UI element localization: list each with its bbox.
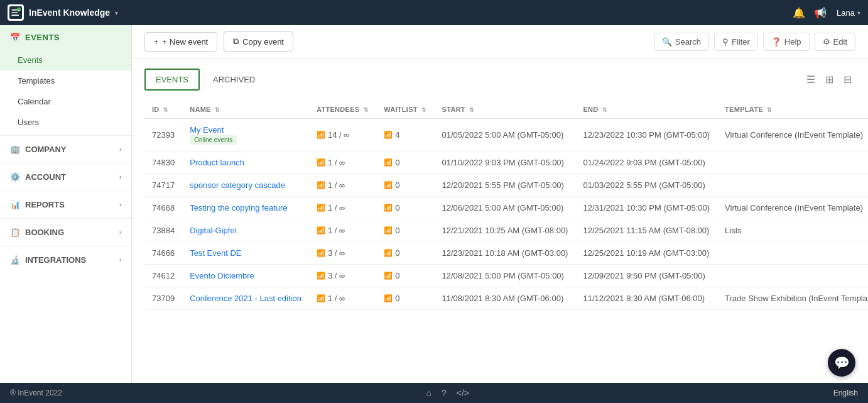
- language-selector[interactable]: English: [833, 389, 858, 397]
- event-name-link[interactable]: Testing the copying feature: [190, 203, 287, 213]
- account-chevron-icon: ›: [119, 174, 121, 180]
- wifi-icon-2: 📶: [384, 158, 393, 167]
- cell-template: [717, 242, 868, 265]
- cell-name: Testing the copying feature: [182, 197, 309, 219]
- col-name: NAME ⇅: [182, 101, 309, 119]
- help-button[interactable]: ❓ Help: [763, 33, 810, 51]
- company-label: COMPANY: [25, 145, 66, 154]
- tab-events[interactable]: EVENTS: [144, 69, 200, 91]
- question-icon[interactable]: ?: [442, 388, 447, 398]
- megaphone-icon[interactable]: 📢: [814, 7, 827, 19]
- user-name: Lana: [837, 8, 855, 18]
- app-title-chevron[interactable]: ▾: [115, 9, 118, 16]
- table-header-row: ID ⇅ NAME ⇅ ATTENDEES ⇅ WAITLIST: [144, 101, 868, 119]
- sidebar-item-events[interactable]: 📅 EVENTS: [0, 25, 131, 50]
- sidebar-divider-4: [0, 218, 131, 219]
- event-name-link[interactable]: My Event: [190, 125, 224, 135]
- cell-id: 72393: [144, 119, 182, 152]
- cell-id: 74612: [144, 265, 182, 287]
- attendees-sort-icon[interactable]: ⇅: [364, 107, 369, 113]
- template-sort-icon[interactable]: ⇅: [767, 107, 772, 113]
- filter-label: Filter: [732, 37, 750, 47]
- col-attendees-label: ATTENDEES: [317, 106, 360, 113]
- event-name-link[interactable]: Conference 2021 - Last edition: [190, 294, 301, 303]
- content-area: EVENTS ARCHIVED ☰ ⊞ ⊟ ID: [132, 58, 868, 383]
- cell-name: Digital-Gipfel: [182, 219, 309, 242]
- list-view-icon[interactable]: ☰: [803, 71, 819, 88]
- sidebar-group-integrations[interactable]: 🔬 INTEGRATIONS ›: [0, 249, 131, 271]
- event-name-link[interactable]: Evento Diciembre: [190, 271, 254, 280]
- chat-bubble[interactable]: 💬: [828, 349, 855, 377]
- user-chevron-icon: ▾: [857, 9, 860, 16]
- copy-event-button[interactable]: ⧉ Copy event: [224, 31, 293, 52]
- wifi-icon-2: 📶: [384, 294, 393, 302]
- search-button[interactable]: 🔍 Search: [654, 33, 709, 51]
- cell-end: 12/23/2022 10:30 PM (GMT-05:00): [575, 119, 717, 152]
- table-body: 72393 My Event Online events 📶 14 / ∞ 📶 …: [144, 119, 868, 310]
- sidebar-item-users[interactable]: Users: [0, 112, 131, 133]
- event-name-link[interactable]: Test Event DE: [190, 248, 241, 258]
- cell-end: 12/25/2021 10:19 AM (GMT-03:00): [575, 242, 717, 265]
- sidebar-group-account[interactable]: ⚙️ ACCOUNT ›: [0, 166, 131, 188]
- cell-template: Trade Show Exhibition (InEvent Template): [717, 287, 868, 310]
- sidebar-item-events-sub[interactable]: Events: [0, 50, 131, 70]
- help-label: Help: [784, 37, 801, 47]
- cell-name: Evento Diciembre: [182, 265, 309, 287]
- events-section-label: EVENTS: [25, 33, 60, 42]
- attendees-value: 📶 14 / ∞: [317, 130, 369, 140]
- start-sort-icon[interactable]: ⇅: [469, 107, 474, 113]
- search-icon: 🔍: [662, 37, 672, 47]
- event-name-link[interactable]: Digital-Gipfel: [190, 226, 236, 235]
- event-name-link[interactable]: Product launch: [190, 158, 244, 167]
- cell-waitlist: 📶 0: [376, 287, 434, 310]
- code-icon[interactable]: </>: [457, 388, 469, 398]
- attendees-value: 📶 1 / ∞: [317, 158, 369, 167]
- cell-end: 01/24/2022 9:03 PM (GMT-05:00): [575, 152, 717, 174]
- copy-icon: ⧉: [233, 36, 239, 47]
- integrations-chevron-icon: ›: [119, 257, 121, 263]
- cell-attendees: 📶 1 / ∞: [309, 219, 376, 242]
- cell-end: 12/31/2021 10:30 PM (GMT-05:00): [575, 197, 717, 219]
- new-event-button[interactable]: + + New event: [144, 32, 217, 52]
- table-row: 74612 Evento Diciembre 📶 3 / ∞ 📶 0 12/08…: [144, 265, 868, 287]
- cell-id: 73884: [144, 219, 182, 242]
- col-id-label: ID: [152, 106, 160, 113]
- col-end-label: END: [583, 106, 598, 113]
- cell-id: 74666: [144, 242, 182, 265]
- event-name-link[interactable]: sponsor category cascade: [190, 180, 285, 190]
- col-start-label: START: [442, 106, 465, 113]
- attendees-value: 📶 1 / ∞: [317, 294, 369, 303]
- layout: 📅 EVENTS Events Templates Calendar Users…: [0, 25, 868, 383]
- tab-archived-label: ARCHIVED: [213, 75, 255, 84]
- tile-view-icon[interactable]: ⊟: [840, 71, 855, 88]
- filter-button[interactable]: ⚲ Filter: [714, 33, 758, 51]
- company-chevron-icon: ›: [119, 146, 121, 153]
- grid-view-icon[interactable]: ⊞: [822, 71, 837, 88]
- sidebar-group-company[interactable]: 🏢 COMPANY ›: [0, 138, 131, 160]
- id-sort-icon[interactable]: ⇅: [163, 107, 168, 113]
- chat-icon: 💬: [834, 355, 850, 370]
- user-menu[interactable]: Lana ▾: [837, 8, 860, 18]
- edit-button[interactable]: ⚙ Edit: [815, 33, 855, 51]
- col-id: ID ⇅: [144, 101, 182, 119]
- table-row: 74717 sponsor category cascade 📶 1 / ∞ 📶…: [144, 174, 868, 197]
- home-icon[interactable]: ⌂: [426, 388, 431, 398]
- wifi-icon-2: 📶: [384, 226, 393, 235]
- app-title: InEvent Knowledge: [29, 8, 110, 18]
- edit-label: Edit: [833, 37, 847, 47]
- tab-archived[interactable]: ARCHIVED: [202, 69, 266, 90]
- sidebar-group-booking[interactable]: 📋 BOOKING ›: [0, 221, 131, 243]
- booking-chevron-icon: ›: [119, 229, 121, 236]
- sidebar-group-reports[interactable]: 📊 REPORTS ›: [0, 194, 131, 216]
- cell-start: 12/08/2021 5:00 PM (GMT-05:00): [435, 265, 576, 287]
- sidebar-item-templates[interactable]: Templates: [0, 70, 131, 91]
- account-label: ACCOUNT: [25, 172, 66, 182]
- waitlist-sort-icon[interactable]: ⇅: [421, 107, 426, 113]
- notification-bell-icon[interactable]: 🔔: [793, 7, 805, 19]
- name-sort-icon[interactable]: ⇅: [215, 107, 220, 113]
- wifi-icon: 📶: [317, 294, 325, 302]
- cell-start: 12/20/2021 5:55 PM (GMT-05:00): [435, 174, 576, 197]
- end-sort-icon[interactable]: ⇅: [602, 107, 607, 113]
- sidebar-item-calendar[interactable]: Calendar: [0, 91, 131, 112]
- cell-attendees: 📶 1 / ∞: [309, 287, 376, 310]
